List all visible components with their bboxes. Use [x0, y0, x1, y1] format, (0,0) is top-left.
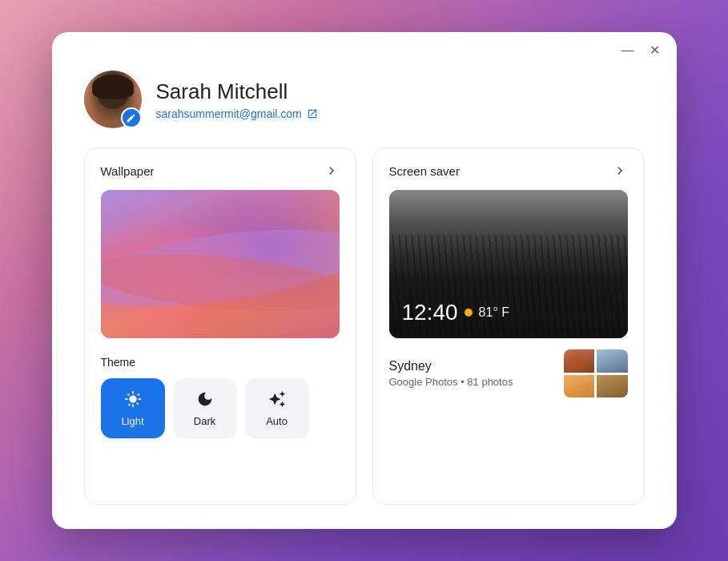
- profile-name: Sarah Mitchell: [156, 79, 318, 104]
- screensaver-chevron-icon[interactable]: [612, 163, 628, 179]
- edit-avatar-button[interactable]: [121, 107, 142, 128]
- album-count: 81 photos: [467, 376, 513, 388]
- theme-dark-label: Dark: [194, 415, 215, 427]
- screensaver-title: Screen saver: [389, 164, 460, 178]
- email-text: sarahsummermit@gmail.com: [156, 107, 302, 120]
- main-window: — ✕ Sarah Mitchell sarahsummermit@gmail.…: [52, 32, 677, 529]
- avatar-container: [84, 71, 142, 128]
- dark-mode-icon: [195, 389, 215, 409]
- album-dot-separator: •: [461, 376, 465, 388]
- profile-email-link[interactable]: sarahsummermit@gmail.com: [156, 107, 318, 120]
- theme-light-button[interactable]: Light: [101, 378, 165, 438]
- wallpaper-chevron-icon[interactable]: [324, 163, 340, 179]
- screensaver-card: Screen saver 12:40 81° F: [372, 147, 645, 505]
- profile-section: Sarah Mitchell sarahsummermit@gmail.com: [84, 71, 645, 128]
- minimize-button[interactable]: —: [621, 43, 635, 58]
- wallpaper-preview[interactable]: [101, 190, 340, 338]
- content-area: Sarah Mitchell sarahsummermit@gmail.com …: [52, 58, 677, 529]
- album-name: Sydney: [389, 359, 513, 373]
- wallpaper-card-header: Wallpaper: [101, 163, 340, 179]
- album-info: Sydney Google Photos • 81 photos: [389, 359, 513, 388]
- thumbnail-4: [597, 375, 628, 398]
- pencil-icon: [126, 113, 136, 123]
- theme-auto-button[interactable]: Auto: [245, 378, 309, 438]
- album-meta: Google Photos • 81 photos: [389, 376, 513, 388]
- wallpaper-title: Wallpaper: [101, 164, 155, 178]
- external-link-icon: [307, 108, 318, 119]
- title-bar: — ✕: [52, 32, 677, 58]
- theme-auto-label: Auto: [266, 415, 288, 427]
- sun-icon: [123, 389, 143, 409]
- wallpaper-wave-decoration: [101, 190, 340, 338]
- theme-options: Light Dark: [101, 378, 340, 438]
- theme-label: Theme: [101, 356, 340, 369]
- album-source: Google Photos: [389, 376, 458, 388]
- screensaver-time-display: 12:40 81° F: [402, 300, 510, 325]
- album-section: Sydney Google Photos • 81 photos: [389, 349, 628, 398]
- close-button[interactable]: ✕: [648, 43, 662, 58]
- auto-mode-icon: [267, 389, 287, 409]
- theme-section: Theme Light: [101, 356, 340, 438]
- album-thumbnails[interactable]: [564, 349, 628, 398]
- screensaver-card-header: Screen saver: [389, 163, 628, 179]
- time-text: 12:40: [402, 300, 458, 325]
- thumbnail-2: [597, 349, 628, 373]
- cards-row: Wallpaper Theme: [84, 147, 645, 505]
- theme-light-label: Light: [121, 415, 143, 427]
- wallpaper-card: Wallpaper Theme: [84, 147, 356, 505]
- weather-dot: [465, 309, 473, 317]
- screensaver-preview[interactable]: 12:40 81° F: [389, 190, 628, 338]
- thumbnail-3: [564, 375, 595, 398]
- profile-info: Sarah Mitchell sarahsummermit@gmail.com: [156, 79, 318, 120]
- thumbnail-1: [564, 349, 595, 373]
- temperature-text: 81° F: [479, 305, 509, 320]
- theme-dark-button[interactable]: Dark: [173, 378, 237, 438]
